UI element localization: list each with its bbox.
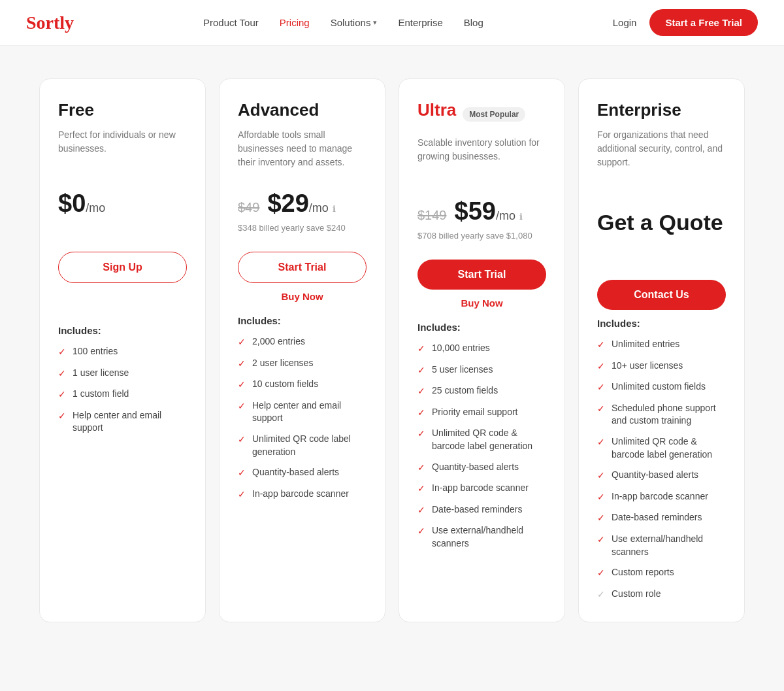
feature-item: ✓ Quantity-based alerts [417,461,546,475]
check-icon: ✓ [238,400,246,413]
feature-list: ✓ 2,000 entries ✓ 2 user licenses ✓ 10 c… [238,335,367,501]
check-icon: ✓ [417,385,425,398]
feature-text: Use external/handheld scanners [432,524,546,550]
feature-item: ✓ Date-based reminders [597,511,726,525]
feature-list: ✓ Unlimited entries ✓ 10+ user licenses … [597,338,726,601]
nav-pricing[interactable]: Pricing [280,17,310,28]
plan-price: Get a Quote [597,190,726,235]
advanced-primary-button[interactable]: Start Trial [238,252,367,283]
feature-item: ✓ Use external/handheld scanners [597,533,726,558]
per-mo: /mo [86,201,105,214]
free-primary-button[interactable]: Sign Up [58,252,187,283]
nav-enterprise[interactable]: Enterprise [398,17,442,28]
check-icon: ✓ [58,346,66,359]
check-icon: ✓ [417,525,425,538]
feature-text: Custom reports [612,566,674,579]
pricing-section: Free Perfect for individuals or new busi… [0,46,784,691]
enterprise-primary-button[interactable]: Contact Us [597,280,726,310]
feature-item: ✓ 10+ user licenses [597,360,726,373]
pricing-grid: Free Perfect for individuals or new busi… [39,78,745,622]
check-icon: ✓ [597,567,605,580]
plan-name-row: Ultra Most Popular [417,100,546,128]
includes-label: Includes: [58,325,187,336]
per-mo: /mo [496,209,515,222]
plan-card-ultra: Ultra Most Popular Scalable inventory so… [399,78,565,622]
includes-label: Includes: [417,322,546,333]
feature-item: ✓ 1 custom field [58,388,187,401]
plan-billing [58,223,187,236]
nav-solutions[interactable]: Solutions ▾ [331,17,378,28]
plan-desc: Affordable tools small businesses need t… [238,128,367,174]
feature-text: Priority email support [432,406,518,419]
plan-price-main: $29/mo [267,190,328,218]
plan-price-main: $59/mo [455,197,515,226]
check-icon: ✓ [597,436,605,449]
feature-item: ✓ Help center and email support [58,409,187,435]
check-icon: ✓ [417,428,425,441]
feature-item: ✓ Priority email support [417,406,546,420]
feature-item: ✓ Unlimited entries [597,338,726,352]
check-icon: ✓ [417,462,425,475]
logo[interactable]: Sortly [26,12,74,33]
check-icon: ✓ [238,358,246,371]
check-icon: ✓ [417,343,425,356]
check-icon: ✓ [238,433,246,447]
feature-text: In-app barcode scanner [252,488,349,501]
check-icon: ✓ [597,381,605,394]
feature-item: ✓ Quantity-based alerts [238,466,367,480]
check-icon: ✓ [597,512,605,525]
feature-text: Unlimited entries [612,338,679,351]
check-icon: ✓ [58,410,66,423]
login-link[interactable]: Login [613,17,637,28]
feature-item: ✓ 10 custom fields [238,378,367,392]
feature-text: Custom role [612,588,661,601]
feature-list: ✓ 100 entries ✓ 1 user license ✓ 1 custo… [58,345,187,435]
feature-text: In-app barcode scanner [612,490,708,503]
plan-name: Enterprise [597,100,726,120]
feature-item: ✓ Help center and email support [238,399,367,425]
plan-orig-price: $149 [417,208,447,223]
info-icon[interactable]: ℹ [333,204,336,214]
feature-item: ✓ Custom role [597,588,726,601]
feature-item: ✓ Quantity-based alerts [597,469,726,482]
feature-item: ✓ Unlimited QR code label generation [238,433,367,458]
check-icon: ✓ [597,360,605,373]
chevron-down-icon: ▾ [373,18,377,27]
plan-price-row: $149 $59/mo ℹ [417,197,546,226]
check-icon: ✓ [597,469,605,482]
feature-text: Unlimited QR code & barcode label genera… [432,427,546,452]
plan-desc: Scalable inventory solution for growing … [417,136,546,182]
feature-text: Help center and email support [252,399,367,425]
feature-text: Unlimited QR code label generation [252,433,367,458]
nav-product-tour[interactable]: Product Tour [203,17,259,28]
feature-item: ✓ In-app barcode scanner [417,482,546,496]
feature-list: ✓ 10,000 entries ✓ 5 user licenses ✓ 25 … [417,342,546,550]
check-icon: ✓ [417,407,425,420]
plan-name: Advanced [238,100,367,120]
check-icon: ✓ [597,403,605,416]
plan-price-section: $149 $59/mo ℹ [417,197,546,226]
advanced-buy-now-button[interactable]: Buy Now [238,291,367,302]
plan-price-section: $0/mo [58,190,187,218]
info-icon[interactable]: ℹ [519,212,523,222]
ultra-buy-now-button[interactable]: Buy Now [417,297,546,309]
start-free-trial-button[interactable]: Start a Free Trial [649,9,758,36]
check-icon: ✓ [417,364,425,377]
check-icon: ✓ [238,488,246,501]
plan-desc: Perfect for individuals or new businesse… [58,128,187,174]
nav-blog[interactable]: Blog [464,17,483,28]
feature-item: ✓ Date-based reminders [417,503,546,517]
plan-orig-price: $49 [238,200,259,215]
feature-item: ✓ Unlimited QR code & barcode label gene… [417,427,546,452]
plan-card-free: Free Perfect for individuals or new busi… [39,78,206,622]
navbar: Sortly Product Tour Pricing Solutions ▾ … [0,0,784,46]
ultra-primary-button[interactable]: Start Trial [417,260,546,290]
feature-text: Unlimited custom fields [612,380,706,394]
feature-text: 2,000 entries [252,335,305,348]
nav-links: Product Tour Pricing Solutions ▾ Enterpr… [203,17,483,28]
feature-text: 10+ user licenses [612,360,683,373]
plan-card-enterprise: Enterprise For organizations that need a… [578,78,745,622]
check-icon: ✓ [58,367,66,380]
plan-name: Free [58,100,187,120]
check-icon: ✓ [597,588,605,601]
